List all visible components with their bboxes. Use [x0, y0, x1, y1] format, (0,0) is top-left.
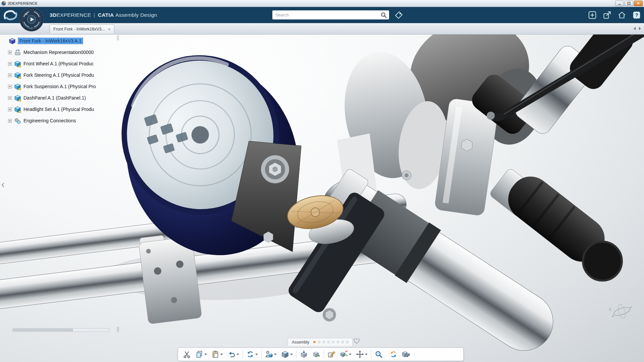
tree-row-root[interactable]: Front Fork - InWork16xV3 A.1 — [0, 35, 118, 47]
paste-button[interactable] — [211, 350, 224, 359]
dropdown-caret-icon[interactable] — [220, 354, 223, 355]
section-page-dot[interactable] — [346, 341, 348, 343]
tree-row-mechanism[interactable]: Mechanism Representation00000 — [0, 47, 118, 58]
tree-row-fork-steering[interactable]: Fork Steering A.1 (Physical Produ — [0, 69, 118, 81]
assembly-tools-button[interactable] — [401, 350, 411, 359]
dropdown-caret-icon[interactable] — [204, 354, 207, 355]
view-gizmo[interactable] — [606, 300, 633, 321]
favorites-heart-button[interactable] — [354, 339, 360, 345]
tree-item-label[interactable]: DashPanel A.1 (DashPanel.1) — [23, 95, 86, 101]
maximize-button[interactable] — [625, 1, 633, 6]
section-page-dot[interactable] — [323, 341, 325, 343]
scrollbar-thumb[interactable] — [13, 329, 73, 331]
tree-row-dashpanel[interactable]: DashPanel A.1 (DashPanel.1) — [0, 92, 118, 104]
section-page-dot[interactable] — [332, 341, 334, 343]
section-dots — [313, 341, 348, 343]
maximize-icon — [627, 2, 631, 5]
tree-row-headlight-set[interactable]: Headlight Set A.1 (Physical Produ — [0, 104, 118, 115]
tab-label: Front Fork - InWork16xV3... — [53, 27, 105, 32]
compass-widget[interactable]: 3D V.R — [19, 7, 44, 32]
tab-close-icon[interactable]: × — [108, 27, 111, 32]
tree-item-label[interactable]: Front Wheel A.1 (Physical Produc — [23, 61, 94, 66]
tab-scroll-left-icon[interactable] — [633, 26, 637, 31]
tree-row-engineering-connections[interactable]: Engineering Connections — [0, 115, 118, 126]
expand-icon[interactable] — [8, 85, 12, 88]
header-actions: ? — [588, 10, 641, 20]
panel-resize-grip-bottom[interactable] — [117, 327, 119, 332]
insert-component-button[interactable] — [264, 350, 277, 359]
copy-icon — [195, 350, 203, 358]
section-page-dot[interactable] — [337, 341, 339, 343]
toolbar-separator — [324, 350, 324, 359]
action-bar-section: Assembly — [287, 338, 353, 346]
tree-item-label[interactable]: Mechanism Representation00000 — [23, 50, 94, 55]
zoom-icon — [375, 350, 383, 358]
minimize-button[interactable] — [615, 1, 624, 6]
insert-existing-button[interactable] — [299, 350, 309, 359]
home-button[interactable] — [617, 10, 627, 20]
dropdown-caret-icon[interactable] — [349, 354, 352, 355]
tree-panel-collapse-arrow[interactable] — [1, 182, 5, 189]
expand-icon[interactable] — [8, 51, 12, 54]
sync-button[interactable] — [389, 350, 398, 359]
expand-icon[interactable] — [8, 96, 12, 100]
search-input[interactable] — [275, 13, 380, 17]
dropdown-caret-icon[interactable] — [255, 354, 258, 355]
share-button[interactable] — [602, 10, 612, 20]
dropdown-caret-icon[interactable] — [236, 354, 239, 355]
section-page-dot[interactable] — [327, 341, 330, 343]
tree-row-fork-suspension[interactable]: Fork Suspension A.1 (Physical Pro — [0, 81, 118, 92]
section-page-dot[interactable] — [318, 341, 320, 343]
compass-3d-label: 3D — [25, 13, 28, 16]
copy-button[interactable] — [195, 350, 208, 359]
expand-icon[interactable] — [8, 62, 12, 66]
tag-icon — [394, 11, 403, 19]
new-content-button[interactable] — [327, 350, 336, 359]
expand-icon[interactable] — [8, 108, 12, 111]
insert-product-button[interactable] — [280, 350, 293, 359]
add-content-button[interactable] — [588, 10, 597, 20]
section-label[interactable]: Assembly — [292, 340, 309, 345]
expand-icon[interactable] — [8, 119, 12, 123]
svg-text:?: ? — [635, 12, 638, 18]
paste-icon — [211, 350, 219, 358]
tree-item-label[interactable]: Front Fork - InWork16xV3 A.1 — [18, 38, 83, 44]
section-page-dot[interactable] — [313, 341, 316, 343]
zoom-button[interactable] — [374, 350, 383, 359]
hex-bolt — [323, 308, 336, 321]
connections-icon — [14, 117, 21, 124]
update-button[interactable] — [246, 350, 259, 359]
tab-scroll-right-icon[interactable] — [638, 26, 642, 31]
snap-button[interactable] — [339, 350, 352, 359]
window-titlebar: 3DEXPERIENCE — [0, 0, 644, 7]
minimize-icon — [618, 2, 621, 5]
manipulate-icon — [356, 350, 364, 358]
manipulate-button[interactable] — [355, 350, 368, 359]
dropdown-caret-icon[interactable] — [290, 354, 293, 355]
help-button[interactable]: ? — [632, 10, 641, 20]
section-page-dot[interactable] — [341, 341, 344, 343]
undo-button[interactable] — [227, 350, 240, 359]
close-button[interactable] — [634, 1, 643, 6]
app-title: 3DEXPERIENCE|CATIA Assembly Design — [50, 7, 157, 23]
search-icon[interactable] — [380, 12, 387, 18]
cut-button[interactable] — [182, 350, 192, 359]
brand-catia: CATIA — [98, 12, 114, 18]
snap-icon — [340, 350, 348, 358]
dropdown-caret-icon[interactable] — [274, 354, 277, 355]
tree-item-label[interactable]: Fork Suspension A.1 (Physical Pro — [23, 84, 96, 89]
insert-from-file-button[interactable] — [312, 350, 321, 359]
app-role: Assembly Design — [115, 12, 157, 18]
tree-item-label[interactable]: Fork Steering A.1 (Physical Produ — [23, 72, 94, 78]
tree-item-label[interactable]: Headlight Set A.1 (Physical Produ — [23, 107, 94, 112]
tree-row-front-wheel[interactable]: Front Wheel A.1 (Physical Produc — [0, 58, 118, 69]
tree-item-label[interactable]: Engineering Connections — [23, 118, 76, 123]
3d-viewport: Front Fork - InWork16xV3 A.1 Mechanism R… — [0, 35, 644, 362]
document-tab[interactable]: Front Fork - InWork16xV3... × — [50, 24, 114, 34]
dropdown-caret-icon[interactable] — [365, 354, 368, 355]
expand-icon[interactable] — [8, 73, 12, 77]
panel-resize-grip-top[interactable] — [117, 35, 119, 41]
share-icon — [602, 10, 612, 20]
tag-button[interactable] — [394, 11, 403, 19]
tree-horizontal-scrollbar[interactable] — [12, 328, 109, 332]
